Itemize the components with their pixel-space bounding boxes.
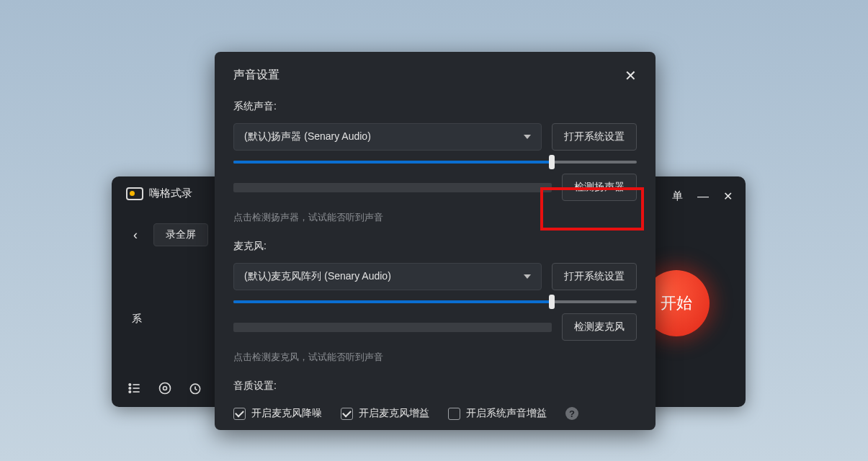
slider-thumb[interactable] xyxy=(549,295,555,309)
close-dialog-button[interactable]: ✕ xyxy=(625,68,637,83)
chevron-down-icon xyxy=(524,135,531,139)
speaker-volume-slider[interactable] xyxy=(233,161,637,164)
system-sound-label: 系统声音: xyxy=(233,100,637,113)
quality-label: 音质设置: xyxy=(233,380,637,393)
test-speaker-button[interactable]: 检测扬声器 xyxy=(562,174,637,201)
quality-section: 音质设置: 开启麦克风降噪 开启麦克风增益 开启系统声音增益 ? xyxy=(215,380,656,424)
app-title: 嗨格式录 xyxy=(149,187,192,200)
system-sound-device-dropdown[interactable]: (默认)扬声器 (Senary Audio) xyxy=(233,123,542,151)
microphone-volume-slider[interactable] xyxy=(233,300,637,303)
system-sound-section: 系统声音: (默认)扬声器 (Senary Audio) 打开系统设置 检测扬声… xyxy=(215,100,656,224)
chevron-down-icon xyxy=(524,274,531,279)
mic-gain-checkbox[interactable]: 开启麦克风增益 xyxy=(341,407,429,420)
microphone-device-value: (默认)麦克风阵列 (Senary Audio) xyxy=(244,270,391,283)
microphone-hint: 点击检测麦克风，试试能否听到声音 xyxy=(233,351,637,364)
slider-thumb[interactable] xyxy=(549,155,555,169)
open-system-settings-mic-button[interactable]: 打开系统设置 xyxy=(552,263,637,290)
sound-settings-dialog: 声音设置 ✕ 系统声音: (默认)扬声器 (Senary Audio) 打开系统… xyxy=(215,52,656,430)
speaker-level-meter xyxy=(233,183,552,192)
svg-point-2 xyxy=(129,388,131,390)
dialog-title: 声音设置 xyxy=(233,68,279,83)
svg-point-4 xyxy=(129,391,131,393)
app-logo: 嗨格式录 xyxy=(126,187,192,200)
microphone-level-meter xyxy=(233,323,552,332)
microphone-label: 麦克风: xyxy=(233,240,637,253)
bottom-bar xyxy=(127,381,202,395)
noise-reduction-checkbox[interactable]: 开启麦克风降噪 xyxy=(233,407,322,420)
svg-point-6 xyxy=(164,387,167,390)
open-system-settings-speaker-button[interactable]: 打开系统设置 xyxy=(552,123,637,151)
gear-icon[interactable] xyxy=(158,381,172,395)
speaker-hint: 点击检测扬声器，试试能否听到声音 xyxy=(233,211,637,224)
microphone-section: 麦克风: (默认)麦克风阵列 (Senary Audio) 打开系统设置 检测麦… xyxy=(215,240,656,364)
checkbox-icon xyxy=(233,408,246,420)
checkbox-icon xyxy=(341,408,353,420)
camera-icon xyxy=(126,187,143,200)
microphone-device-dropdown[interactable]: (默认)麦克风阵列 (Senary Audio) xyxy=(233,263,542,290)
list-icon[interactable] xyxy=(127,381,142,395)
system-sound-device-value: (默认)扬声器 (Senary Audio) xyxy=(244,130,371,143)
record-mode-button[interactable]: 录全屏 xyxy=(153,223,208,246)
system-gain-checkbox[interactable]: 开启系统声音增益 xyxy=(448,407,547,420)
menu-label[interactable]: 单 xyxy=(672,189,683,203)
help-icon[interactable]: ? xyxy=(565,407,578,420)
svg-point-0 xyxy=(129,384,131,386)
close-app-button[interactable]: ✕ xyxy=(723,189,733,203)
svg-point-7 xyxy=(160,383,171,394)
test-microphone-button[interactable]: 检测麦克风 xyxy=(562,313,637,341)
back-button[interactable]: ‹ xyxy=(127,225,143,246)
minimize-button[interactable]: — xyxy=(697,190,709,203)
checkbox-icon xyxy=(448,408,460,420)
timer-icon[interactable] xyxy=(188,381,202,395)
